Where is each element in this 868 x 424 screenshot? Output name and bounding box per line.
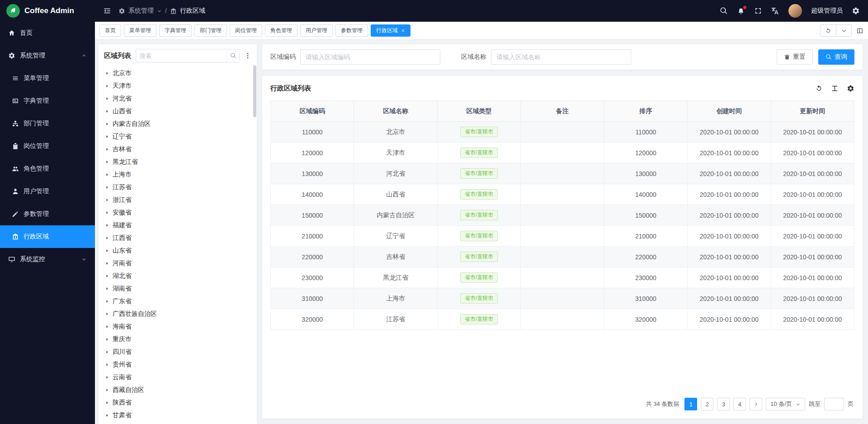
caret-right-icon[interactable]: [105, 134, 109, 139]
breadcrumb-parent[interactable]: 系统管理: [128, 7, 154, 15]
tabs-refresh-icon[interactable]: [821, 25, 836, 36]
tree-item[interactable]: 甘肃省: [99, 409, 257, 422]
sidebar-submenu-item[interactable]: 行政区域: [0, 225, 95, 248]
brand[interactable]: Coffee Admin: [0, 0, 95, 22]
caret-right-icon[interactable]: [105, 413, 109, 418]
layout-toggle-icon[interactable]: [856, 27, 863, 34]
caret-right-icon[interactable]: [105, 362, 109, 367]
tab-close-icon[interactable]: [401, 29, 405, 33]
language-icon[interactable]: [771, 7, 779, 15]
page-button[interactable]: 4: [733, 398, 746, 410]
notification-bell-icon[interactable]: [737, 7, 745, 15]
tree-item[interactable]: 海南省: [99, 320, 257, 333]
tab[interactable]: 部门管理: [194, 24, 227, 37]
tab[interactable]: 用户管理: [300, 24, 333, 37]
tree-item[interactable]: 江西省: [99, 232, 257, 244]
caret-right-icon[interactable]: [105, 388, 109, 392]
table-row[interactable]: 220000 吉林省 省市/直辖市 220000 2020-10-01 00:0…: [271, 247, 854, 267]
tree-item[interactable]: 浙江省: [99, 194, 257, 206]
tree-scrollbar-thumb[interactable]: [253, 65, 256, 117]
tab[interactable]: 角色管理: [265, 24, 297, 37]
tree-item[interactable]: 内蒙古自治区: [99, 118, 257, 130]
caret-right-icon[interactable]: [105, 400, 109, 405]
sidebar-submenu-item[interactable]: 菜单管理: [0, 67, 95, 90]
tree-more-dots-icon[interactable]: [244, 52, 251, 59]
caret-right-icon[interactable]: [105, 160, 109, 164]
sidebar-group-monitor[interactable]: 系统监控: [0, 248, 95, 271]
tree-item[interactable]: 福建省: [99, 219, 257, 232]
tree-item[interactable]: 安徽省: [99, 206, 257, 219]
table-refresh-icon[interactable]: [815, 85, 823, 92]
caret-right-icon[interactable]: [105, 236, 109, 240]
avatar[interactable]: [788, 4, 802, 18]
page-button[interactable]: 2: [701, 398, 713, 410]
tree-scrollbar[interactable]: [253, 65, 256, 424]
tab[interactable]: 岗位管理: [230, 24, 262, 37]
user-name[interactable]: 超级管理员: [811, 7, 843, 15]
caret-right-icon[interactable]: [105, 210, 109, 215]
fullscreen-icon[interactable]: [754, 7, 762, 15]
sidebar-submenu-item[interactable]: 字典管理: [0, 90, 95, 112]
page-size-select[interactable]: 10 条/页: [766, 398, 805, 410]
tree-item[interactable]: 上海市: [99, 168, 257, 181]
tab[interactable]: 参数管理: [335, 24, 368, 37]
caret-right-icon[interactable]: [105, 223, 109, 228]
caret-right-icon[interactable]: [105, 84, 109, 88]
table-gear-icon[interactable]: [847, 85, 854, 92]
sidebar-submenu-item[interactable]: 岗位管理: [0, 135, 95, 157]
tree-item[interactable]: 广东省: [99, 295, 257, 308]
table-column-settings-icon[interactable]: [831, 85, 839, 92]
tab[interactable]: 行政区域: [371, 24, 410, 37]
tab[interactable]: 字典管理: [159, 24, 192, 37]
tree-item[interactable]: 北京市: [99, 67, 257, 80]
caret-right-icon[interactable]: [105, 248, 109, 253]
tree-item[interactable]: 陕西省: [99, 396, 257, 409]
caret-right-icon[interactable]: [105, 109, 109, 114]
tree-item[interactable]: 广西壮族自治区: [99, 308, 257, 320]
tree-item[interactable]: 西藏自治区: [99, 384, 257, 396]
table-row[interactable]: 230000 黑龙江省 省市/直辖市 230000 2020-10-01 00:…: [271, 267, 854, 288]
caret-right-icon[interactable]: [105, 299, 109, 304]
tree-item[interactable]: 江苏省: [99, 181, 257, 194]
tree-item[interactable]: 湖南省: [99, 282, 257, 295]
sidebar-item-home[interactable]: 首页: [0, 22, 95, 44]
tree-item[interactable]: 四川省: [99, 346, 257, 358]
reset-button[interactable]: 重置: [777, 49, 813, 65]
jump-page-input[interactable]: [824, 398, 844, 410]
caret-right-icon[interactable]: [105, 172, 109, 177]
tree-item[interactable]: 天津市: [99, 80, 257, 92]
caret-right-icon[interactable]: [105, 96, 109, 101]
sidebar-submenu-item[interactable]: 部门管理: [0, 112, 95, 135]
search-button[interactable]: 查询: [818, 49, 854, 65]
sidebar-submenu-item[interactable]: 参数管理: [0, 203, 95, 225]
tree-item[interactable]: 贵州省: [99, 358, 257, 371]
caret-right-icon[interactable]: [105, 185, 109, 190]
tree-item[interactable]: 山西省: [99, 105, 257, 118]
caret-right-icon[interactable]: [105, 375, 109, 380]
caret-right-icon[interactable]: [105, 122, 109, 126]
caret-right-icon[interactable]: [105, 261, 109, 266]
next-page-button[interactable]: [750, 398, 762, 410]
page-button[interactable]: 1: [684, 398, 697, 410]
caret-right-icon[interactable]: [105, 337, 109, 342]
tree-item[interactable]: 湖北省: [99, 270, 257, 282]
tree-item[interactable]: 云南省: [99, 371, 257, 384]
table-row[interactable]: 310000 上海市 省市/直辖市 310000 2020-10-01 00:0…: [271, 288, 854, 309]
region-name-input[interactable]: [491, 49, 631, 65]
search-icon[interactable]: [720, 7, 728, 15]
table-row[interactable]: 150000 内蒙古自治区 省市/直辖市 150000 2020-10-01 0…: [271, 205, 854, 226]
table-row[interactable]: 120000 天津市 省市/直辖市 120000 2020-10-01 00:0…: [271, 143, 854, 163]
sidebar-submenu-item[interactable]: 用户管理: [0, 180, 95, 203]
table-row[interactable]: 110000 北京市 省市/直辖市 110000 2020-10-01 00:0…: [271, 122, 854, 143]
tree-item[interactable]: 吉林省: [99, 143, 257, 156]
table-row[interactable]: 130000 河北省 省市/直辖市 130000 2020-10-01 00:0…: [271, 163, 854, 184]
caret-right-icon[interactable]: [105, 198, 109, 202]
tabs-more-chevron-icon[interactable]: [836, 25, 851, 36]
tab[interactable]: 首页: [99, 24, 121, 37]
sidebar-submenu-item[interactable]: 角色管理: [0, 157, 95, 180]
tree-item[interactable]: 河北省: [99, 92, 257, 105]
sidebar-collapse-button[interactable]: [103, 7, 111, 15]
tree-item[interactable]: 青海省: [99, 422, 257, 424]
table-row[interactable]: 140000 山西省 省市/直辖市 140000 2020-10-01 00:0…: [271, 184, 854, 205]
settings-gear-icon[interactable]: [852, 7, 860, 15]
